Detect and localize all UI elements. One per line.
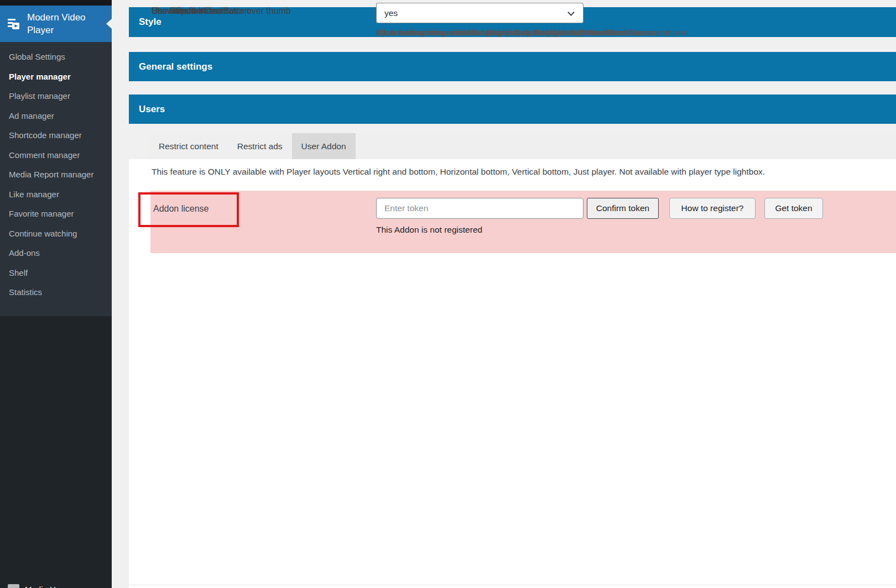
sidebar-item-label: Playlist manager — [9, 91, 70, 101]
sidebar-submenu-item[interactable]: Add-ons — [0, 243, 112, 263]
setting-row: Use Report Video Button yes Allows users… — [129, 0, 896, 55]
section-title: Users — [139, 104, 165, 114]
setting-select[interactable]: yes — [376, 3, 584, 23]
media-hours-icon — [8, 584, 19, 588]
bottom-divider — [129, 585, 896, 585]
sidebar-submenu-item[interactable]: Like manager — [0, 185, 112, 204]
confirm-token-button[interactable]: Confirm token — [587, 198, 659, 219]
select-value: yes — [384, 3, 398, 23]
video-playlist-icon — [7, 18, 20, 30]
main-content: Style General settings Users Restrict co… — [129, 0, 896, 588]
setting-label: Use Report Video Button — [152, 6, 249, 16]
sidebar-submenu-item[interactable]: Continue watching — [0, 224, 112, 244]
sidebar-item-label: Favorite manager — [9, 209, 74, 218]
sidebar-gutter — [112, 0, 129, 588]
sidebar-item-label: Player manager — [9, 72, 71, 81]
sidebar-item-label: Statistics — [9, 287, 42, 297]
annotation-red-rectangle — [138, 192, 239, 227]
sidebar-item-label: Media Hours — [25, 585, 72, 588]
license-status-text: This Addon is not registered — [376, 225, 482, 235]
admin-top-bar — [0, 0, 112, 6]
sidebar-item-modern-video-player[interactable]: Modern Video Player — [0, 6, 112, 42]
sidebar-submenu-item[interactable]: Playlist manager — [0, 86, 112, 106]
tab-label: User Addon — [301, 141, 346, 151]
addon-license-row: Addon license Confirm token How to regis… — [150, 191, 896, 253]
sidebar-submenu-item[interactable]: Shortcode manager — [0, 125, 112, 145]
sidebar-item-label: Add-ons — [9, 248, 40, 258]
tab[interactable]: User Addon — [292, 133, 356, 159]
sidebar-item-label: Like manager — [9, 190, 59, 199]
sidebar-submenu-item[interactable]: Comment manager — [0, 145, 112, 165]
chevron-down-icon — [567, 9, 575, 16]
feature-notice: This feature is ONLY available with Play… — [152, 167, 765, 177]
tab-label: Restrict content — [159, 141, 218, 151]
admin-sidebar: Modern Video Player Global Settings Play… — [0, 0, 112, 588]
sidebar-submenu-item[interactable]: Statistics — [0, 282, 112, 302]
section-header-users[interactable]: Users — [129, 95, 896, 124]
sidebar-item-label: Global Settings — [9, 52, 65, 61]
section-title: General settings — [139, 61, 212, 72]
tab-label: Restrict ads — [237, 141, 283, 151]
app-title: Modern Video Player — [27, 11, 104, 36]
sidebar-submenu: Global Settings Player manager Playlist … — [0, 42, 112, 316]
sidebar-submenu-item[interactable]: Global Settings — [0, 47, 112, 67]
how-to-register-button[interactable]: How to register? — [669, 198, 756, 219]
users-tabstrip: Restrict content Restrict ads User Addon — [149, 133, 896, 159]
sidebar-submenu-item[interactable]: Ad manager — [0, 106, 112, 126]
current-menu-arrow — [106, 19, 112, 29]
sidebar-item-label: Comment manager — [9, 150, 80, 160]
sidebar-item-label: Shelf — [9, 268, 28, 277]
get-token-button[interactable]: Get token — [764, 198, 823, 219]
section-header-general-settings[interactable]: General settings — [129, 52, 896, 81]
tab[interactable]: Restrict content — [149, 133, 228, 159]
sidebar-item-media-hours[interactable]: Media Hours — [0, 580, 112, 588]
sidebar-submenu-item[interactable]: Player manager — [0, 67, 112, 87]
sidebar-item-label: Ad manager — [9, 111, 54, 120]
sidebar-submenu-item[interactable]: Shelf — [0, 263, 112, 283]
token-input[interactable] — [376, 198, 584, 219]
sidebar-item-label: Continue watching — [9, 229, 77, 238]
sidebar-item-label: Shortcode manager — [9, 130, 82, 140]
tab[interactable]: Restrict ads — [228, 133, 292, 159]
setting-description: Allows users to report video. Only for r… — [376, 28, 627, 38]
sidebar-submenu-item[interactable]: Favorite manager — [0, 204, 112, 224]
sidebar-submenu-item[interactable]: Media Report manager — [0, 165, 112, 185]
sidebar-item-label: Media Report manager — [9, 170, 93, 179]
